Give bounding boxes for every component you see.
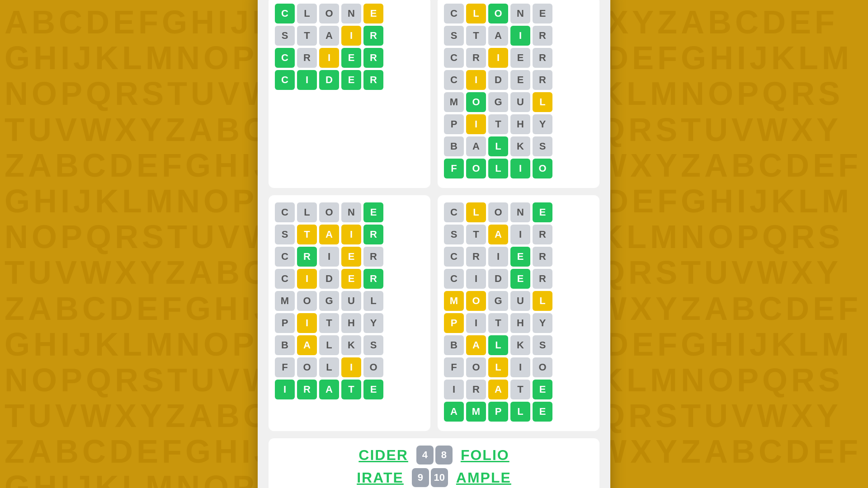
tile-i: I [466,269,486,289]
tile-t: T [341,380,361,399]
tile-c: C [275,269,295,289]
tile-b: B [444,335,464,355]
word-irate[interactable]: IRATE [357,469,404,486]
tile-h: H [341,313,361,333]
tile-i: I [319,247,339,267]
tile-s: S [444,225,464,244]
tile-o: O [533,159,552,178]
tile-o: O [466,357,486,377]
tile-p: P [488,402,508,422]
tile-r: R [533,269,552,289]
tile-e: E [510,247,530,267]
word-row: CIDER [444,70,593,90]
word-row: STAIR [444,26,593,46]
tile-l: L [488,357,508,377]
tile-t: T [297,225,317,244]
tile-p: P [444,313,464,333]
tile-f: F [444,357,464,377]
tile-l: L [297,4,317,23]
tile-i: I [341,357,361,377]
bottom-row-1: CIDER 4 8 FOLIO [359,446,509,465]
tile-c: C [444,48,464,68]
tile-h: H [510,313,530,333]
tile-t: T [488,114,508,134]
tile-a: A [466,136,486,156]
tile-t: T [297,26,317,46]
tile-i: I [510,357,530,377]
word-cider[interactable]: CIDER [359,447,408,464]
tile-e: E [341,269,361,289]
tile-e: E [341,247,361,267]
tile-c: C [444,202,464,222]
tile-i: I [319,48,339,68]
tile-e: E [533,202,552,222]
word-row: CRIER [444,48,593,68]
tile-s: S [533,335,552,355]
tile-r: R [533,247,552,267]
tile-l: L [488,159,508,178]
tile-d: D [319,269,339,289]
tile-l: L [319,357,339,377]
tile-s: S [275,225,295,244]
tile-c: C [275,247,295,267]
word-row: CIDER [275,269,424,289]
tile-i: I [444,380,464,399]
tile-r: R [297,48,317,68]
tile-i: I [466,114,486,134]
word-row: STAIR [275,26,424,46]
tile-i: I [275,380,295,399]
tile-e: E [341,70,361,90]
tile-l: L [466,4,486,23]
tile-r: R [533,225,552,244]
tile-e: E [510,70,530,90]
tile-m: M [466,402,486,422]
tile-i: I [510,26,530,46]
badge-9: 9 [412,468,429,487]
word-row: MOGUL [444,92,593,112]
tile-i: I [466,70,486,90]
tile-c: C [275,48,295,68]
tile-i: I [297,70,317,90]
word-ample[interactable]: AMPLE [456,469,511,486]
tile-r: R [297,247,317,267]
word-row: FOLIO [275,357,424,377]
tile-o: O [488,202,508,222]
tile-i: I [488,247,508,267]
tile-l: L [466,202,486,222]
tile-l: L [488,335,508,355]
word-row: PITHY [444,313,593,333]
tile-o: O [297,357,317,377]
tile-a: A [488,380,508,399]
tile-l: L [297,202,317,222]
tile-c: C [444,247,464,267]
tile-u: U [510,291,530,311]
tile-a: A [488,225,508,244]
tile-f: F [275,357,295,377]
word-row: CIDER [275,70,424,90]
tile-r: R [297,380,317,399]
word-row: CLONE [275,4,424,23]
grid-bottom-right: CLONESTAIRCRIERCIDERMOGULPITHYBALKSFOLIO… [438,195,599,431]
tile-o: O [466,291,486,311]
grid-top-right: CLONESTAIRCRIERCIDERMOGULPITHYBALKSFOLIO [438,0,599,188]
tile-y: Y [363,313,383,333]
badge-10: 10 [431,468,448,487]
word-folio[interactable]: FOLIO [461,447,509,464]
tile-o: O [466,92,486,112]
word-row: FOLIO [444,357,593,377]
word-row: CRIER [275,48,424,68]
tile-y: Y [533,114,552,134]
tile-i: I [488,48,508,68]
tile-i: I [466,313,486,333]
tile-k: K [341,335,361,355]
tile-g: G [488,291,508,311]
tile-e: E [510,269,530,289]
tile-e: E [363,4,383,23]
tile-i: I [297,269,317,289]
word-row: MOGUL [275,291,424,311]
tile-s: S [275,26,295,46]
word-row: IRATE [444,380,593,399]
tile-r: R [363,269,383,289]
word-row: AMPLE [444,402,593,422]
tile-s: S [444,26,464,46]
